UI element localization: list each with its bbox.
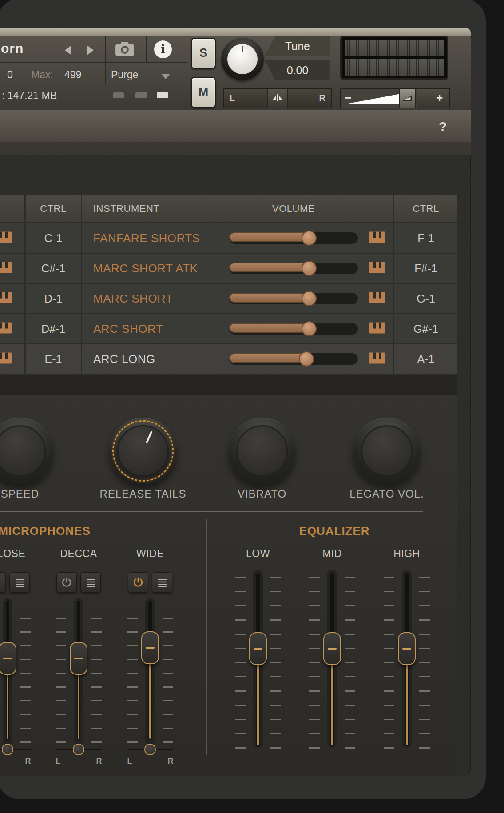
keyswitch-icon[interactable] [368, 322, 386, 336]
pan-handle[interactable] [267, 89, 288, 108]
articulation-name: MARC SHORT ATK [93, 262, 198, 275]
header-cell-ctrl-right: CTRL [394, 195, 457, 222]
volume-plus-label[interactable]: + [436, 91, 443, 105]
header-cell-keys [0, 195, 24, 222]
help-button[interactable]: ? [439, 119, 447, 134]
volume-slider-handle[interactable] [299, 351, 314, 367]
volume-minus-label[interactable]: − [345, 91, 351, 105]
next-instrument-icon[interactable] [87, 45, 94, 55]
pan-slider[interactable]: L R [223, 88, 332, 108]
mic-fader-handle[interactable] [70, 642, 87, 675]
volume-column-label: VOLUME [229, 203, 358, 215]
pan-left-label: L [53, 757, 63, 766]
keyswitch-icon[interactable] [0, 262, 12, 275]
solo-button[interactable]: S [191, 38, 216, 69]
mic-routing-button[interactable] [80, 572, 101, 593]
table-row-fanfare-shorts: C-1 FANFARE SHORTS F-1 [0, 223, 457, 253]
table-row-arc-short: D#-1 ARC SHORT G#-1 [0, 314, 457, 343]
volume-slider-handle[interactable] [302, 231, 317, 246]
max-voices-value: 499 [64, 69, 81, 81]
fader-ticks [56, 618, 66, 745]
mic-power-button[interactable] [0, 572, 6, 593]
mic-fader-handle[interactable] [0, 642, 16, 675]
keyswitch-note-left: D#-1 [26, 323, 81, 335]
articulation-name: MARC SHORT [93, 292, 173, 306]
divider [0, 511, 423, 512]
mic-routing-button[interactable] [9, 572, 30, 593]
articulation-name: FANFARE SHORTS [93, 231, 200, 245]
info-icon[interactable]: i [154, 40, 172, 58]
keyswitch-icon[interactable] [0, 352, 12, 366]
eq-band-label: MID [306, 548, 359, 560]
mic-channel-label: WIDE [123, 548, 177, 560]
max-voices-label: Max: [31, 69, 53, 81]
keyswitch-note-right: G#-1 [394, 323, 457, 335]
pan-left-label: L [124, 757, 135, 766]
previous-instrument-icon[interactable] [65, 45, 71, 55]
mic-pan-knob[interactable] [144, 744, 156, 755]
eq-band-mid: MID [306, 544, 359, 771]
pan-right-label: R [319, 93, 325, 103]
volume-handle[interactable] [399, 89, 416, 108]
mute-button[interactable]: M [191, 77, 216, 108]
fader-ticks [309, 577, 320, 749]
articulation-volume-slider[interactable] [229, 293, 358, 304]
microphones-section-title: MICROPHONES [0, 524, 133, 538]
keyswitch-note-right: F-1 [394, 232, 457, 245]
vibrato-knob[interactable] [236, 425, 288, 477]
mic-pan-knob[interactable] [73, 744, 84, 755]
fader-ticks [163, 618, 173, 745]
articulation-volume-slider[interactable] [229, 263, 358, 274]
fader-ticks [270, 577, 281, 749]
level-meter-left [345, 40, 444, 56]
keyswitch-note-right: F#-1 [394, 262, 457, 275]
level-meter-right [345, 59, 444, 76]
release-tails-knob[interactable] [117, 425, 169, 477]
memory-value: : 147.21 MB [2, 90, 57, 102]
volume-wedge [345, 89, 399, 108]
divider [187, 36, 187, 110]
mic-power-button[interactable] [56, 572, 77, 593]
mic-channel-decca: DECCA L R [52, 544, 105, 771]
keyswitch-note-left: D-1 [26, 292, 81, 305]
mic-fader-handle[interactable] [141, 631, 159, 664]
mic-pan-knob[interactable] [2, 744, 13, 755]
divider [0, 62, 187, 63]
volume-slider-handle[interactable] [302, 321, 317, 336]
articulation-volume-slider[interactable] [229, 232, 358, 244]
fader-ticks [345, 577, 355, 749]
legato-vol-knob[interactable] [361, 425, 413, 477]
keyswitch-icon[interactable] [0, 292, 12, 306]
eq-fader-handle[interactable] [249, 632, 267, 665]
keyswitch-icon[interactable] [0, 322, 12, 336]
keyswitch-icon[interactable] [368, 292, 386, 306]
speed-knob-label: SPEED [0, 488, 78, 500]
keyswitch-icon[interactable] [368, 231, 386, 245]
articulation-volume-slider[interactable] [229, 323, 358, 335]
output-volume-slider[interactable]: − + [340, 88, 450, 108]
fader-ticks [20, 618, 31, 745]
purge-menu[interactable]: Purge [111, 69, 138, 81]
pan-left-label: L [230, 93, 235, 103]
table-row-marc-short: D-1 MARC SHORT G-1 [0, 284, 457, 313]
eq-fader-handle[interactable] [398, 632, 416, 665]
divider [105, 36, 106, 62]
divider [0, 84, 187, 84]
volume-slider-handle[interactable] [302, 261, 317, 276]
eq-fader-handle[interactable] [323, 632, 341, 665]
keyswitch-icon[interactable] [368, 352, 386, 366]
keyswitch-icon[interactable] [0, 231, 12, 245]
purge-dropdown-caret-icon[interactable] [162, 74, 170, 79]
legato-vol-knob-label: LEGATO VOL. [329, 488, 444, 500]
tune-value: 0.00 [265, 60, 330, 80]
volume-slider-handle[interactable] [302, 291, 317, 306]
pan-right-label: R [165, 757, 176, 766]
mic-routing-button[interactable] [152, 572, 172, 593]
mic-power-button[interactable] [128, 572, 148, 593]
divider [146, 36, 147, 62]
table-row-arc-long: E-1 ARC LONG A-1 [0, 344, 457, 374]
articulation-volume-slider[interactable] [229, 353, 358, 365]
snapshot-camera-icon[interactable] [115, 41, 135, 59]
section-gap [0, 375, 457, 395]
keyswitch-icon[interactable] [368, 262, 386, 275]
